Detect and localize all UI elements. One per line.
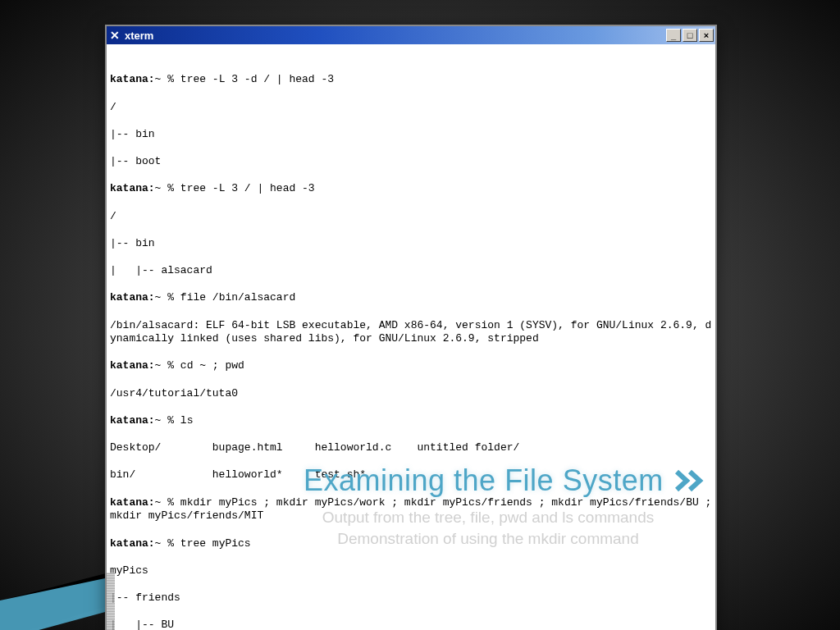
maximize-button[interactable]: □: [682, 29, 697, 42]
minimize-button[interactable]: _: [666, 29, 681, 42]
slide-title-text: Examining the File System: [304, 463, 664, 498]
window-buttons: _ □ ×: [666, 29, 714, 42]
chevron-right-icon: [675, 468, 708, 493]
slide-title: Examining the File System: [304, 463, 708, 498]
scrollbar-thumb[interactable]: [107, 573, 115, 630]
title-bar: ✕ xterm _ □ ×: [107, 26, 715, 44]
close-button[interactable]: ×: [699, 29, 714, 42]
window-title: xterm: [125, 30, 666, 42]
subtitle-line-1: Output from the tree, file, pwd and ls c…: [254, 507, 722, 528]
xterm-icon: ✕: [108, 29, 121, 42]
slide-subtitle: Output from the tree, file, pwd and ls c…: [254, 507, 722, 549]
subtitle-line-2: Demonstration of using the mkdir command: [254, 528, 722, 550]
